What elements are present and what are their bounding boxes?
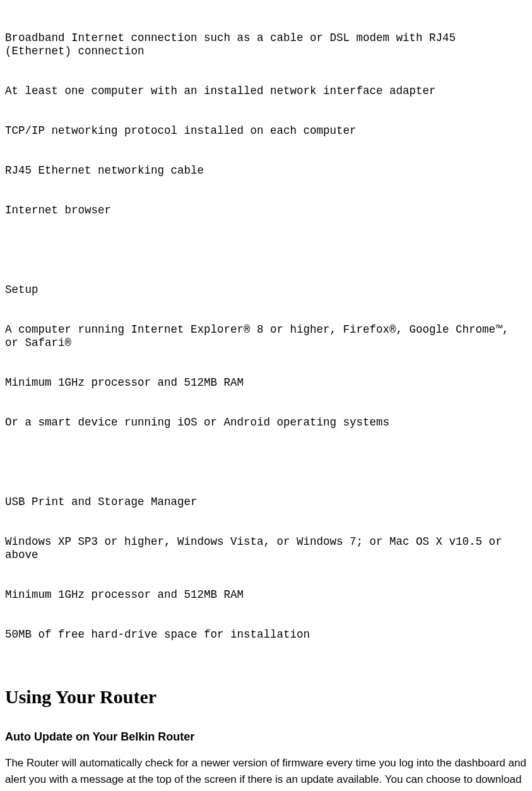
section-title: Using Your Router [5, 655, 527, 713]
requirement-line: At least one computer with an installed … [5, 85, 527, 98]
requirement-line: TCP/IP networking protocol installed on … [5, 124, 527, 138]
usb-line: Windows XP SP3 or higher, Windows Vista,… [5, 535, 527, 562]
setup-line: Or a smart device running iOS or Android… [5, 416, 527, 429]
usb-line: 50MB of free hard-drive space for instal… [5, 628, 527, 641]
requirement-line: Internet browser [5, 204, 527, 217]
subsection-title-auto-update: Auto Update on Your Belkin Router [5, 713, 527, 746]
setup-heading: Setup [5, 283, 527, 297]
requirement-line: Broadband Internet connection such as a … [5, 32, 527, 58]
setup-line: A computer running Internet Explorer® 8 … [5, 323, 527, 350]
usb-line: Minimum 1GHz processor and 512MB RAM [5, 588, 527, 602]
body-paragraph: The Router will automatically check for … [5, 755, 527, 791]
requirement-line: RJ45 Ethernet networking cable [5, 164, 527, 177]
usb-heading: USB Print and Storage Manager [5, 496, 527, 509]
setup-line: Minimum 1GHz processor and 512MB RAM [5, 376, 527, 390]
